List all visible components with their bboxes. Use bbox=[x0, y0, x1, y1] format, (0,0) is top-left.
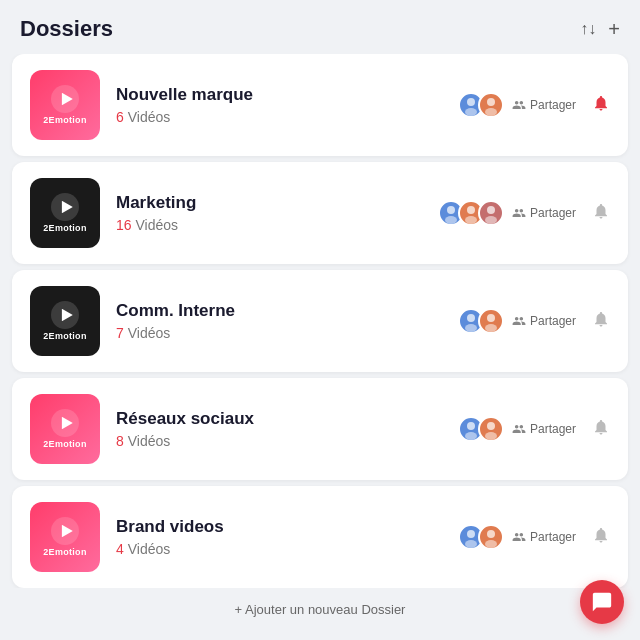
card-count: 4 Vidéos bbox=[116, 541, 438, 557]
svg-point-29 bbox=[465, 540, 477, 548]
card-meta: Partager bbox=[438, 200, 576, 226]
notification-bell[interactable] bbox=[592, 418, 610, 440]
share-button[interactable]: Partager bbox=[512, 422, 576, 436]
svg-point-28 bbox=[467, 530, 475, 538]
card-count: 7 Vidéos bbox=[116, 325, 438, 341]
card-title: Marketing bbox=[116, 193, 418, 213]
card-meta: Partager bbox=[458, 308, 576, 334]
share-button[interactable]: Partager bbox=[512, 530, 576, 544]
logo-brand-text: 2Emotion bbox=[43, 223, 86, 233]
play-icon bbox=[51, 193, 79, 221]
avatar bbox=[478, 524, 504, 550]
svg-point-11 bbox=[465, 216, 477, 224]
dossier-logo: 2Emotion bbox=[30, 502, 100, 572]
notification-bell[interactable] bbox=[592, 94, 610, 116]
svg-point-31 bbox=[485, 540, 497, 548]
add-dossier-button[interactable]: + Ajouter un nouveau Dossier bbox=[0, 588, 640, 631]
share-icon bbox=[512, 530, 526, 544]
dossier-card[interactable]: 2Emotion Nouvelle marque6 Vidéos Partage… bbox=[12, 54, 628, 156]
card-title: Brand videos bbox=[116, 517, 438, 537]
svg-point-5 bbox=[485, 108, 497, 116]
svg-point-8 bbox=[447, 206, 455, 214]
card-title: Nouvelle marque bbox=[116, 85, 438, 105]
svg-point-10 bbox=[467, 206, 475, 214]
share-icon bbox=[512, 314, 526, 328]
svg-point-25 bbox=[485, 432, 497, 440]
card-count: 16 Vidéos bbox=[116, 217, 418, 233]
dossier-card[interactable]: 2Emotion Réseaux sociaux8 Vidéos Partage… bbox=[12, 378, 628, 480]
card-count: 8 Vidéos bbox=[116, 433, 438, 449]
svg-point-17 bbox=[465, 324, 477, 332]
card-info: Marketing16 Vidéos bbox=[116, 193, 418, 233]
card-meta: Partager bbox=[458, 416, 576, 442]
dossier-logo: 2Emotion bbox=[30, 286, 100, 356]
share-icon bbox=[512, 422, 526, 436]
dossier-logo: 2Emotion bbox=[30, 70, 100, 140]
svg-point-4 bbox=[487, 98, 495, 106]
svg-point-9 bbox=[445, 216, 457, 224]
chat-bubble-button[interactable] bbox=[580, 580, 624, 624]
add-icon[interactable]: + bbox=[608, 18, 620, 41]
card-count: 6 Vidéos bbox=[116, 109, 438, 125]
dossiers-list: 2Emotion Nouvelle marque6 Vidéos Partage… bbox=[0, 54, 640, 588]
play-icon bbox=[51, 517, 79, 545]
svg-point-23 bbox=[465, 432, 477, 440]
dossier-card[interactable]: 2Emotion Comm. Interne7 Vidéos Partager bbox=[12, 270, 628, 372]
share-button[interactable]: Partager bbox=[512, 98, 576, 112]
card-info: Nouvelle marque6 Vidéos bbox=[116, 85, 438, 125]
share-button[interactable]: Partager bbox=[512, 314, 576, 328]
share-icon bbox=[512, 206, 526, 220]
play-icon bbox=[51, 409, 79, 437]
card-meta: Partager bbox=[458, 524, 576, 550]
svg-point-16 bbox=[467, 314, 475, 322]
svg-point-22 bbox=[467, 422, 475, 430]
card-info: Brand videos4 Vidéos bbox=[116, 517, 438, 557]
notification-bell[interactable] bbox=[592, 310, 610, 332]
dossier-card[interactable]: 2Emotion Marketing16 Vidéos Partager bbox=[12, 162, 628, 264]
header-actions: ↑↓ + bbox=[580, 18, 620, 41]
svg-point-13 bbox=[485, 216, 497, 224]
svg-point-24 bbox=[487, 422, 495, 430]
sort-icon[interactable]: ↑↓ bbox=[580, 20, 596, 38]
page-header: Dossiers ↑↓ + bbox=[0, 0, 640, 54]
svg-point-2 bbox=[467, 98, 475, 106]
avatars-group bbox=[458, 416, 504, 442]
card-info: Comm. Interne7 Vidéos bbox=[116, 301, 438, 341]
dossier-card[interactable]: 2Emotion Brand videos4 Vidéos Partager bbox=[12, 486, 628, 588]
avatar bbox=[478, 416, 504, 442]
logo-brand-text: 2Emotion bbox=[43, 331, 86, 341]
svg-point-30 bbox=[487, 530, 495, 538]
avatar bbox=[478, 92, 504, 118]
avatar bbox=[478, 308, 504, 334]
share-icon bbox=[512, 98, 526, 112]
card-title: Comm. Interne bbox=[116, 301, 438, 321]
share-button[interactable]: Partager bbox=[512, 206, 576, 220]
svg-point-19 bbox=[485, 324, 497, 332]
svg-point-18 bbox=[487, 314, 495, 322]
svg-point-12 bbox=[487, 206, 495, 214]
avatars-group bbox=[458, 92, 504, 118]
svg-point-3 bbox=[465, 108, 477, 116]
page-title: Dossiers bbox=[20, 16, 113, 42]
avatars-group bbox=[458, 308, 504, 334]
logo-brand-text: 2Emotion bbox=[43, 547, 86, 557]
play-icon bbox=[51, 301, 79, 329]
notification-bell[interactable] bbox=[592, 202, 610, 224]
play-icon bbox=[51, 85, 79, 113]
notification-bell[interactable] bbox=[592, 526, 610, 548]
avatars-group bbox=[458, 524, 504, 550]
logo-brand-text: 2Emotion bbox=[43, 115, 86, 125]
dossier-logo: 2Emotion bbox=[30, 178, 100, 248]
avatars-group bbox=[438, 200, 504, 226]
logo-brand-text: 2Emotion bbox=[43, 439, 86, 449]
card-title: Réseaux sociaux bbox=[116, 409, 438, 429]
card-info: Réseaux sociaux8 Vidéos bbox=[116, 409, 438, 449]
dossier-logo: 2Emotion bbox=[30, 394, 100, 464]
card-meta: Partager bbox=[458, 92, 576, 118]
avatar bbox=[478, 200, 504, 226]
chat-icon bbox=[591, 591, 613, 613]
